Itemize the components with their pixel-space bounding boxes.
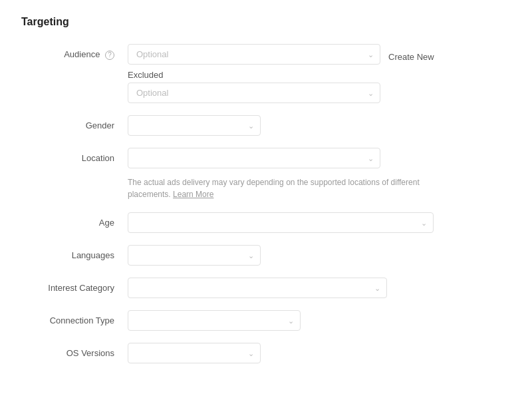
excluded-sub-section: Excluded Optional ⌄ xyxy=(128,70,511,103)
age-controls: ⌄ xyxy=(128,212,511,233)
audience-main-row: Optional ⌄ Create New xyxy=(128,44,511,65)
audience-row: Audience ? Optional ⌄ Create New Exclude… xyxy=(21,44,511,103)
audience-label: Audience ? xyxy=(21,44,128,60)
targeting-form: Audience ? Optional ⌄ Create New Exclude… xyxy=(21,44,511,363)
languages-select-wrapper: ⌄ xyxy=(128,245,261,266)
interest-select[interactable] xyxy=(128,278,387,298)
create-new-link[interactable]: Create New xyxy=(388,47,434,62)
audience-info-icon[interactable]: ? xyxy=(105,51,114,60)
languages-row: Languages ⌄ xyxy=(21,245,511,266)
interest-category-row: Interest Category ⌄ xyxy=(21,278,511,298)
age-select[interactable] xyxy=(128,212,434,233)
audience-controls: Optional ⌄ Create New Excluded Optional … xyxy=(128,44,511,103)
interest-select-wrapper: ⌄ xyxy=(128,278,387,298)
page-container: Targeting Audience ? Optional ⌄ Create N… xyxy=(21,16,511,363)
connection-select-wrapper: ⌄ xyxy=(128,310,301,331)
location-row: Location ⌄ The actual ads delivery may v… xyxy=(21,148,511,200)
location-hint: The actual ads delivery may vary dependi… xyxy=(128,176,434,200)
os-versions-label: OS Versions xyxy=(21,343,128,358)
os-select-wrapper: ⌄ xyxy=(128,343,261,363)
location-select[interactable] xyxy=(128,148,380,168)
gender-controls: ⌄ xyxy=(128,115,511,136)
excluded-select[interactable]: Optional xyxy=(128,83,380,103)
languages-label: Languages xyxy=(21,245,128,260)
os-versions-controls: ⌄ xyxy=(128,343,511,363)
audience-select[interactable]: Optional xyxy=(128,44,380,65)
gender-label: Gender xyxy=(21,115,128,130)
os-versions-row: OS Versions ⌄ xyxy=(21,343,511,363)
excluded-select-wrapper: Optional ⌄ xyxy=(128,83,380,103)
interest-category-controls: ⌄ xyxy=(128,278,511,298)
page-title: Targeting xyxy=(21,16,511,28)
languages-select[interactable] xyxy=(128,245,261,266)
connection-type-row: Connection Type ⌄ xyxy=(21,310,511,331)
learn-more-link[interactable]: Learn More xyxy=(173,190,213,199)
location-label: Location xyxy=(21,148,128,163)
location-select-wrapper: ⌄ xyxy=(128,148,380,168)
excluded-label: Excluded xyxy=(128,70,511,80)
age-row: Age ⌄ xyxy=(21,212,511,233)
os-select[interactable] xyxy=(128,343,261,363)
gender-select-wrapper: ⌄ xyxy=(128,115,261,136)
gender-select[interactable] xyxy=(128,115,261,136)
interest-category-label: Interest Category xyxy=(21,278,128,293)
age-select-wrapper: ⌄ xyxy=(128,212,434,233)
languages-controls: ⌄ xyxy=(128,245,511,266)
audience-select-wrapper: Optional ⌄ xyxy=(128,44,380,65)
gender-row: Gender ⌄ xyxy=(21,115,511,136)
connection-select[interactable] xyxy=(128,310,301,331)
age-label: Age xyxy=(21,212,128,228)
location-controls: ⌄ The actual ads delivery may vary depen… xyxy=(128,148,511,200)
connection-type-controls: ⌄ xyxy=(128,310,511,331)
connection-type-label: Connection Type xyxy=(21,310,128,325)
